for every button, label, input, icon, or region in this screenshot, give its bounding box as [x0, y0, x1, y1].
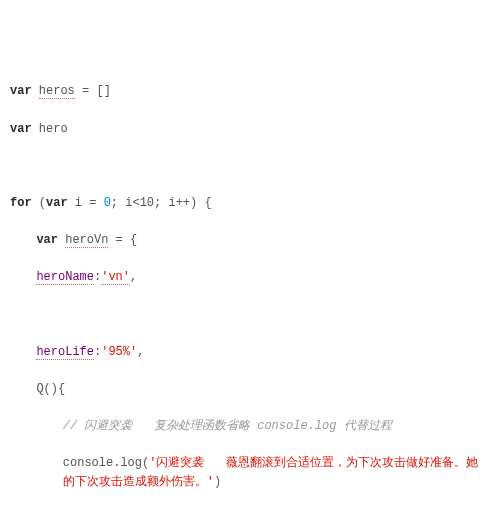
brackets: []	[96, 84, 110, 98]
keyword-var: var	[46, 196, 68, 210]
comment-Q: // 闪避突袭 复杂处理函数省略 console.log 代替过程	[10, 417, 490, 436]
blank-line	[10, 157, 490, 176]
keyword-var: var	[10, 122, 32, 136]
ident-hero: hero	[39, 122, 68, 136]
val-heroName: 'vn'	[101, 270, 130, 285]
line-var-heros: var heros = []	[10, 82, 490, 101]
line-var-hero: var hero	[10, 120, 490, 139]
code-editor: { "decl": { "var_kw": "var", "heros": "h…	[0, 0, 500, 506]
comma: ,	[130, 270, 137, 284]
method-Q: Q	[36, 382, 43, 396]
ident-i: i	[75, 196, 82, 210]
comma: ,	[137, 345, 144, 359]
keyword-var: var	[10, 84, 32, 98]
keyword-var: var	[36, 233, 58, 247]
line-Q-head: Q(){	[10, 380, 490, 399]
line-Q-log: console.log('闪避突袭 薇恩翻滚到合适位置，为下次攻击做好准备。她的…	[10, 454, 490, 491]
prop-heroName: heroName	[36, 270, 94, 285]
brace-open: {	[130, 233, 137, 247]
fn-open: (){	[44, 382, 66, 396]
ident-heros: heros	[39, 84, 75, 99]
cond: i<10	[125, 196, 154, 210]
line-heroLife: heroLife:'95%',	[10, 343, 490, 362]
ident-heroVn: heroVn	[65, 233, 108, 248]
num-0: 0	[104, 196, 111, 210]
val-heroLife: '95%'	[101, 345, 137, 359]
line-heroVn-decl: var heroVn = {	[10, 231, 490, 250]
line-heroName: heroName:'vn',	[10, 268, 490, 287]
line-for: for (var i = 0; i<10; i++) {	[10, 194, 490, 213]
blank-line	[10, 306, 490, 325]
prop-heroLife: heroLife	[36, 345, 94, 360]
keyword-for: for	[10, 196, 32, 210]
step: i++	[168, 196, 190, 210]
console-log: console.log	[63, 456, 142, 470]
op-eq: =	[75, 84, 97, 98]
rparen: )	[214, 475, 221, 489]
